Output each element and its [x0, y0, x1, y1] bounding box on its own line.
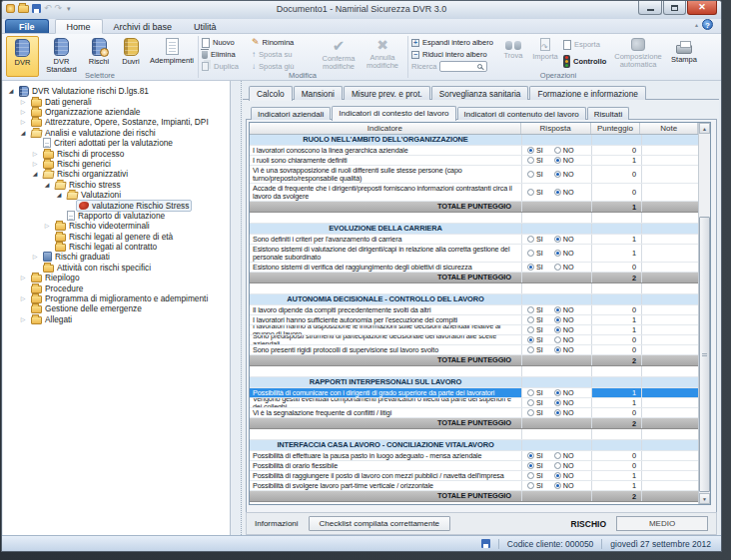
radio-no[interactable]: NO: [554, 305, 574, 314]
tab-sorveglianza-sanitaria[interactable]: Sorveglianza sanitaria: [431, 86, 529, 100]
radio-no[interactable]: NO: [554, 481, 574, 490]
column-header-punteggio[interactable]: Punteggio: [591, 123, 641, 134]
radio-no[interactable]: NO: [554, 263, 574, 272]
expander-expanded-icon[interactable]: ◢: [18, 130, 28, 136]
tab-formazione-e-informazione[interactable]: Formazione e informazione: [529, 86, 646, 100]
expander-collapsed-icon[interactable]: ▷: [18, 275, 28, 280]
riduci-albero-button[interactable]: −Riduci intero albero: [411, 49, 493, 60]
expander-expanded-icon[interactable]: ◢: [54, 192, 64, 198]
indicator-row[interactable]: I ruoli sono chiaramente definitiSINO1: [250, 156, 710, 166]
tree-item[interactable]: Rischi legati al contratto: [3, 242, 230, 252]
radio-no-circle[interactable]: [554, 389, 561, 396]
radio-si[interactable]: SI: [527, 235, 543, 244]
indicator-row[interactable]: Sono presenti rigidi protocolli di super…: [250, 345, 710, 355]
radio-no-circle[interactable]: [554, 236, 561, 243]
tab-calcolo[interactable]: Calcolo: [249, 86, 293, 101]
column-header-indicatore[interactable]: Indicatore: [250, 123, 521, 134]
expander-collapsed-icon[interactable]: ▷: [18, 99, 28, 105]
save-icon[interactable]: [32, 4, 41, 13]
radio-no[interactable]: NO: [554, 188, 574, 197]
radio-si[interactable]: SI: [527, 451, 543, 460]
undo-icon[interactable]: ↶: [44, 4, 52, 13]
collapse-ribbon-icon[interactable]: ▴: [695, 21, 698, 28]
indicator-row[interactable]: Esistono sistemi di valutazione dei diri…: [250, 245, 710, 263]
radio-si[interactable]: SI: [527, 315, 543, 324]
espandi-albero-button[interactable]: +Espandi intero albero: [411, 37, 493, 48]
radio-si[interactable]: SI: [527, 146, 543, 155]
radio-si[interactable]: SI: [527, 388, 543, 397]
tree-item[interactable]: ▷Rischi di processo: [3, 148, 230, 158]
radio-no-circle[interactable]: [554, 250, 561, 257]
radio-no[interactable]: NO: [554, 335, 574, 344]
indicator-row[interactable]: Possibilità di svolgere lavoro part-time…: [250, 481, 710, 491]
tab-indicatori-aziendali[interactable]: Indicatori aziendali: [251, 107, 331, 120]
expander-collapsed-icon[interactable]: ▷: [18, 295, 28, 301]
radio-si-circle[interactable]: [527, 189, 534, 196]
column-header-risposta[interactable]: Risposta: [521, 123, 591, 134]
column-header-note[interactable]: Note: [640, 123, 698, 134]
grid-scrollbar[interactable]: ▲ ▼: [698, 123, 710, 504]
nuovo-button[interactable]: Nuovo: [202, 37, 246, 48]
radio-si[interactable]: SI: [527, 408, 543, 417]
tree-item[interactable]: Gestione delle emergenze: [3, 303, 230, 313]
open-folder-icon[interactable]: [18, 5, 29, 13]
radio-si-circle[interactable]: [527, 306, 534, 313]
indicator-row[interactable]: Sono definiti i criteri per l'avanzament…: [250, 235, 710, 245]
radio-si-circle[interactable]: [527, 399, 534, 406]
panel-splitter[interactable]: [231, 81, 242, 535]
tab-utilita[interactable]: Utilità: [183, 20, 228, 33]
radio-si[interactable]: SI: [527, 398, 543, 407]
redo-icon[interactable]: ↷: [55, 4, 63, 13]
radio-si[interactable]: SI: [527, 481, 543, 490]
minimize-button[interactable]: [638, 1, 662, 15]
status-save-icon[interactable]: [481, 539, 490, 548]
radio-no[interactable]: NO: [554, 325, 574, 334]
radio-no[interactable]: NO: [554, 235, 574, 244]
radio-no-circle[interactable]: [554, 326, 561, 333]
radio-no-circle[interactable]: [554, 171, 561, 178]
radio-si-circle[interactable]: [527, 236, 534, 243]
close-button[interactable]: ✕: [687, 1, 717, 15]
radio-si-circle[interactable]: [527, 472, 534, 479]
scrollbar-thumb[interactable]: [699, 217, 710, 492]
indicator-row[interactable]: Possibilità di raggiungere il posto di l…: [250, 471, 710, 481]
radio-si-circle[interactable]: [527, 157, 534, 164]
radio-si-circle[interactable]: [527, 452, 534, 459]
expander-collapsed-icon[interactable]: ▷: [18, 119, 28, 125]
radio-no-circle[interactable]: [554, 472, 561, 479]
expander-collapsed-icon[interactable]: ▷: [30, 254, 40, 260]
tab-misure-prev-e-prot[interactable]: Misure prev. e prot.: [344, 86, 430, 100]
tab-indicatori-contenuto[interactable]: Indicatori di contenuto del lavoro: [457, 107, 586, 120]
radio-no-circle[interactable]: [554, 316, 561, 323]
radio-si[interactable]: SI: [527, 156, 543, 165]
indicator-row[interactable]: Possibilità di effettuare la pausa pasto…: [250, 451, 710, 461]
tree-item[interactable]: ◢Valutazioni: [3, 190, 230, 200]
radio-no[interactable]: NO: [554, 398, 574, 407]
indicator-row[interactable]: Vengono gestiti eventuali comportamenti …: [250, 398, 710, 408]
radio-no-circle[interactable]: [554, 189, 561, 196]
expander-collapsed-icon[interactable]: ▷: [30, 151, 40, 157]
radio-no-circle[interactable]: [554, 462, 561, 469]
radio-no[interactable]: NO: [554, 170, 574, 179]
controllo-button[interactable]: Controllo: [563, 56, 606, 67]
radio-si-circle[interactable]: [527, 389, 534, 396]
expander-collapsed-icon[interactable]: ▷: [18, 316, 28, 322]
radio-no-circle[interactable]: [554, 264, 561, 271]
radio-si[interactable]: SI: [527, 249, 543, 258]
scroll-up-icon[interactable]: ▲: [699, 123, 710, 134]
new-document-icon[interactable]: [6, 4, 15, 13]
tree-item[interactable]: ▷Allegati: [3, 314, 230, 324]
radio-si[interactable]: SI: [527, 188, 543, 197]
radio-si[interactable]: SI: [527, 263, 543, 272]
radio-no-circle[interactable]: [554, 346, 561, 353]
radio-si-circle[interactable]: [527, 409, 534, 416]
radio-si-circle[interactable]: [527, 346, 534, 353]
radio-si[interactable]: SI: [527, 471, 543, 480]
radio-no[interactable]: NO: [554, 146, 574, 155]
indicator-row[interactable]: Esistono sistemi di verifica del raggiun…: [250, 263, 710, 273]
radio-si-circle[interactable]: [527, 326, 534, 333]
indicator-row[interactable]: Il lavoro dipende da compiti precedentem…: [250, 305, 710, 315]
indicator-row[interactable]: Vi è la segnalazione frequente di confli…: [250, 408, 710, 418]
tab-indicatori-contesto[interactable]: Indicatori di contesto del lavoro: [332, 106, 455, 121]
radio-no-circle[interactable]: [554, 336, 561, 343]
